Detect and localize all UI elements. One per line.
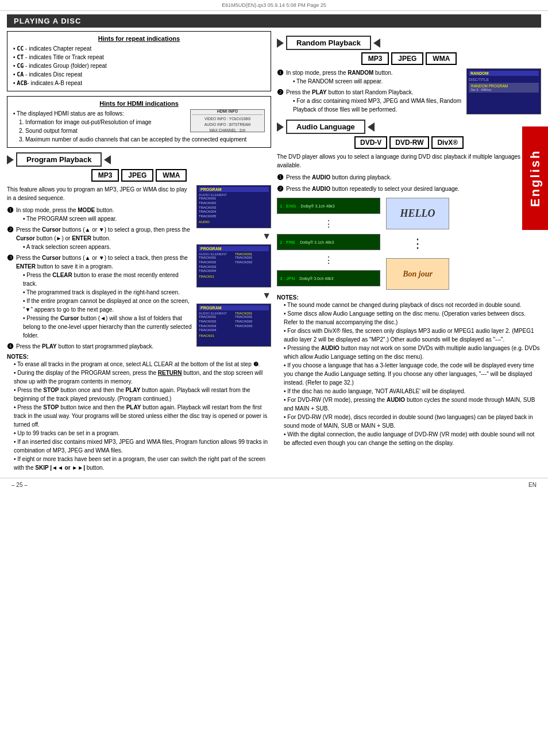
random-badge-wma: WMA <box>426 52 457 65</box>
language-screens: 1 : ENG Dolby® 3.1ch 48k3 ⋮ 2 : FRE Dolb… <box>277 198 541 290</box>
audio-note-9: With the digital connection, the audio l… <box>277 430 541 447</box>
badge-jpeg: JPEG <box>121 169 153 182</box>
right-column: Random Playback MP3 JPEG WMA RANDOM DISC… <box>277 31 541 472</box>
random-playback-section: Random Playback MP3 JPEG WMA RANDOM DISC… <box>277 36 541 114</box>
section-arrow-left <box>7 155 14 164</box>
audio-notes-section: NOTES: The sound mode cannot be changed … <box>277 294 541 447</box>
lang-screen-fre: 2 : FRE Dolby® 3.1ch 48k3 <box>277 234 380 250</box>
audio-note-2: Some discs allow Audio Language setting … <box>277 309 541 327</box>
program-badges: MP3 JPEG WMA <box>7 169 271 182</box>
audio-arrow-right <box>368 122 375 132</box>
hints-hdmi-box: Hints for HDMI indications HDMI INFO VID… <box>7 96 271 148</box>
footer-page-number: – 25 – <box>11 482 28 488</box>
audio-notes-title: NOTES: <box>277 294 541 301</box>
audio-note-1: The sound mode cannot be changed during … <box>277 301 541 309</box>
program-note-3: Press the STOP button once and then the … <box>7 386 271 403</box>
program-note-1: To erase all tracks in the program at on… <box>7 360 271 369</box>
random-badge-mp3: MP3 <box>361 52 389 65</box>
random-badges: MP3 JPEG WMA <box>277 52 541 65</box>
page-footer: – 25 – EN <box>0 478 548 492</box>
audio-arrow-left <box>277 122 284 132</box>
badge-mp3: MP3 <box>91 169 119 182</box>
random-playback-title: Random Playback <box>286 36 371 50</box>
random-arrow-left <box>277 39 284 48</box>
lang-illustration: HELLO ⋮ Bon jour <box>386 198 449 290</box>
random-step-1: ❶ In stop mode, press the RANDOM button.… <box>277 68 462 86</box>
audio-lang-badges: DVD-V DVD-RW DivX® <box>277 136 541 149</box>
page-header: E61M5UD(EN).qx3 05.9.14 5:08 PM Page 25 <box>0 0 548 11</box>
random-badge-jpeg: JPEG <box>391 52 423 65</box>
badge-dvdrw: DVD-RW <box>389 136 429 149</box>
program-playback-title: Program Playback <box>16 152 102 167</box>
audio-note-8: For DVD-RW (VR mode), discs recorded in … <box>277 413 541 430</box>
program-step-3: ❸ Press the Cursor buttons (▲ or ▼) to s… <box>7 254 192 340</box>
badge-divx: DivX® <box>431 136 464 149</box>
lang-dots-3: ⋮ <box>411 235 424 252</box>
random-step-2: ❷ Press the PLAY button to start Random … <box>277 88 462 114</box>
random-arrow-right <box>373 39 380 48</box>
program-screens: PROGRAM AUDIO ELEMENT TRACK001 TRACK002 … <box>196 185 271 347</box>
footer-language: EN <box>528 482 537 488</box>
badge-dvdv: DVD-V <box>354 136 387 149</box>
random-screen: RANDOM DISC/TITLE RANDOM PROGRAM No.3 Al… <box>466 68 541 114</box>
audio-language-title: Audio Language <box>286 120 365 134</box>
bonjour-box: Bon jour <box>386 258 449 290</box>
audio-note-6: If the disc has no audio language, 'NOT … <box>277 387 541 396</box>
prog-arrow-2: ▼ <box>262 291 271 300</box>
lang-dots-2: ⋮ <box>277 254 380 267</box>
hdmi-screenshot: HDMI INFO VIDEO INFO : YCbCr/1080i AUDIO… <box>190 109 265 132</box>
lang-dots-1: ⋮ <box>277 217 380 231</box>
prog-arrow-1: ▼ <box>262 232 271 241</box>
section-arrow-right <box>104 155 111 164</box>
audio-language-header: Audio Language <box>277 120 541 134</box>
hints-repeat-box: Hints for repeat indications • CC - indi… <box>7 31 271 91</box>
program-screen-2: PROGRAM AUDIO ELEMENT TRACK001 TRACK002 … <box>196 244 271 287</box>
program-playback-section: Program Playback MP3 JPEG WMA PROGRAM AU… <box>7 152 271 472</box>
hints-repeat-content: • CC - indicates Chapter repeat • CT - i… <box>13 44 265 87</box>
audio-note-4: Pressing the AUDIO button may not work o… <box>277 344 541 361</box>
audio-note-7: For DVD-RW (VR mode), pressing the AUDIO… <box>277 396 541 413</box>
program-note-5: Up to 99 tracks can be set in a program. <box>7 429 271 438</box>
hints-repeat-title: Hints for repeat indications <box>13 35 265 42</box>
random-playback-header: Random Playback <box>277 36 541 50</box>
badge-wma: WMA <box>156 169 187 182</box>
lang-screen-list: 1 : ENG Dolby® 3.1ch 48k3 ⋮ 2 : FRE Dolb… <box>277 198 380 286</box>
program-step-1: ❶ In stop mode, press the MODE button. T… <box>7 206 192 223</box>
main-title: PLAYING A DISC <box>7 14 541 28</box>
hints-hdmi-content: HDMI INFO VIDEO INFO : YCbCr/1080i AUDIO… <box>13 109 265 144</box>
audio-note-3: For discs with DivX® files, the screen o… <box>277 327 541 344</box>
program-note-7: If eight or more tracks have been set in… <box>7 455 271 472</box>
audio-step-2: ❷ Press the AUDIO button repeatedly to s… <box>277 185 541 194</box>
lang-screen-eng: 1 : ENG Dolby® 3.1ch 48k3 <box>277 198 380 214</box>
lang-screen-jpn: 3 : JPN Dolby® 3.0ch 48k3 <box>277 270 380 286</box>
program-notes-title: NOTES: <box>7 354 271 360</box>
hello-box: HELLO <box>386 198 449 229</box>
audio-step-1: ❶ Press the AUDIO button during playback… <box>277 173 541 182</box>
program-screen-3: PROGRAM AUDIO ELEMENT TRACK001 TRACK002 … <box>196 304 271 347</box>
left-column: Hints for repeat indications • CC - indi… <box>7 31 271 472</box>
program-step-2: ❷ Press the Cursor buttons (▲ or ▼) to s… <box>7 225 192 251</box>
audio-language-section: Audio Language DVD-V DVD-RW DivX® The DV… <box>277 120 541 447</box>
program-note-4: Press the STOP button twice and then the… <box>7 403 271 429</box>
audio-language-intro: The DVD player allows you to select a la… <box>277 152 541 170</box>
program-note-2: During the display of the PROGRAM screen… <box>7 369 271 386</box>
audio-note-5: If you choose a language that has a 3-le… <box>277 361 541 387</box>
hints-hdmi-title: Hints for HDMI indications <box>13 100 265 107</box>
program-screen-1: PROGRAM AUDIO ELEMENT TRACK001 TRACK002 … <box>196 185 271 228</box>
program-playback-header: Program Playback <box>7 152 271 167</box>
program-step-4: ❹ Press the PLAY button to start program… <box>7 342 192 351</box>
english-sidebar: English <box>522 126 548 230</box>
program-note-6: If an inserted disc contains mixed MP3, … <box>7 438 271 455</box>
